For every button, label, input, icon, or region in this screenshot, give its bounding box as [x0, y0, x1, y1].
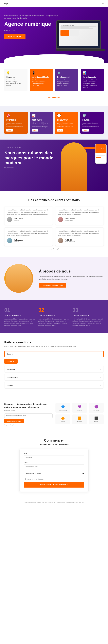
studio-bg: STUDIO DE DESIGN Nous construisons des m…	[0, 140, 108, 191]
partners-submit-button[interactable]: Soumettre votre email	[4, 419, 24, 423]
nav-menu-icon[interactable]: ≡	[102, 2, 104, 5]
process-grid: 01 Titre du processus Quis ex aliqua dol…	[4, 307, 104, 326]
faq-search-button[interactable]: SEARCH	[4, 359, 18, 364]
list-item: Stratégie de médias sociaux	[83, 79, 102, 81]
testi-text-1: Proin sed libero enim sed faucibus turpi…	[58, 209, 101, 215]
process-text-1: Quis ex aliqua dolor in id reprehenderit…	[38, 318, 70, 326]
partners-email-input[interactable]	[4, 414, 52, 418]
list-item: Affaires et Administrateur	[83, 85, 102, 86]
testi-avatar-0	[7, 217, 12, 222]
hero-cta-button[interactable]: LIRE LA SUITE	[4, 34, 25, 40]
strategie-text: Quis sem lorem nibh lorem et hendrerit a…	[6, 122, 26, 128]
studio-person-shape	[61, 142, 87, 191]
email-label: Email	[24, 462, 84, 464]
nav-logo: logo	[4, 2, 8, 5]
partner-logo-2: 🟣 Marketing	[89, 403, 104, 413]
testi-info-0: Junh Almeida Site Guide	[14, 218, 23, 221]
process-title-0: Titre du processus	[4, 314, 36, 317]
service-select[interactable]: Sélectionnez un service Conception Web D…	[24, 471, 84, 476]
partner-icon-3: 🔶	[61, 416, 65, 420]
process-item-1: 02 Titre du processus Quis ex aliqua dol…	[38, 307, 70, 326]
partner-name-3: Signals	[61, 421, 65, 422]
faq-subtitle: Mauris cursus mattis malesuada a iaculis…	[4, 346, 104, 348]
faq-item-label-0: Que fait-on?	[7, 368, 16, 370]
resultats-text: Quis sem lorem nibh lorem et hendrerit a…	[32, 122, 51, 128]
hero-section: Nibh venenatis cras sed felis egret vdit…	[0, 7, 108, 63]
testimonial-card-1: Proin sed libero enim sed faucibus turpi…	[55, 206, 104, 225]
start-form: Nom Email Sélectionnez un service Concep…	[19, 449, 89, 492]
consutulti-link[interactable]: SUITE	[57, 129, 63, 132]
terms-checkbox[interactable]	[24, 478, 26, 480]
laptop-mockup: The architect's expertise	[56, 20, 101, 49]
consutulti-title: CONSUTULTI	[57, 119, 76, 121]
process-item-2: 03 Titre du processus Quis ex aliqua dol…	[72, 307, 104, 326]
list-item: Direction artistique	[6, 81, 25, 82]
testi-author-0: Junh Almeida Site Guide	[7, 217, 50, 222]
dev-icon: ⚙️	[57, 71, 76, 75]
about-title: À propos de nous	[39, 269, 104, 274]
testi-text-0: Proin sed libero enim sed faucibus turpi…	[7, 209, 50, 215]
soutien-link[interactable]: SUITE	[82, 129, 89, 132]
consutulti-icon: 💬	[57, 114, 76, 118]
about-content: À propos de nous Ultrices dui congue mal…	[39, 269, 104, 288]
partner-logo-3: 🔶 Signals	[56, 414, 70, 424]
service-card-concevoir: 💡 Concevoir Conception Web Direction art…	[4, 69, 28, 91]
email-field: Email	[24, 462, 84, 469]
form-submit-button[interactable]: Soumettre votre demande	[24, 482, 84, 488]
list-item: UI & UX	[6, 85, 25, 86]
service-card-developpement: ⚙️ Développement Frontend & Back-end Cod…	[55, 69, 78, 91]
list-item: Applications mobiles	[32, 83, 51, 84]
testi-info-3: Paul Smith Ouvrier commercial	[65, 239, 75, 242]
list-item: Blogging et marketing	[83, 83, 102, 84]
services-btn-row: NOS VALEURS	[4, 95, 104, 100]
partner-logo-4: 🟧 Promote	[72, 414, 87, 424]
concevoir-icon: 💡	[6, 71, 25, 75]
about-avatar	[4, 264, 33, 293]
strategie-link[interactable]: SUITE	[6, 129, 13, 132]
partner-name-2: Marketing	[93, 410, 99, 411]
value-card-strategie: 🎯 STRATÉGIE Quis sem lorem nibh lorem et…	[4, 112, 28, 134]
value-card-soutien: 🛡️ SOUTIEN Quis sem lorem nibh lorem et …	[80, 112, 104, 134]
list-item: Symfony, Laravel	[57, 85, 76, 86]
testi-role-3: Ouvrier commercial	[65, 241, 75, 242]
navbar: logo ≡	[0, 0, 108, 7]
phone-line	[96, 156, 105, 156]
about-avatar-figure	[6, 264, 32, 293]
resultats-title: RÉSULTATS	[32, 119, 51, 121]
phone-line	[96, 154, 102, 155]
testi-role-0: Site Guide	[14, 220, 23, 221]
partners-logos-grid: 🔷 Riding Agency 💜 Influenceli 🟣 Marketin…	[56, 403, 104, 424]
service-card-numerique: 📱 Numérique et Mobile Civic Web Commerce…	[30, 69, 53, 91]
name-input[interactable]	[24, 455, 84, 460]
marketing-icon: 📊	[83, 71, 102, 75]
faq-search-input[interactable]	[4, 351, 104, 357]
email-input[interactable]	[24, 464, 84, 469]
faq-item-2[interactable]: Branding +	[4, 382, 104, 388]
partner-name-1: Influenceli	[77, 410, 83, 411]
testimonial-card-0: Proin sed libero enim sed faucibus turpi…	[4, 206, 53, 225]
resultats-link[interactable]: SUITE	[32, 129, 38, 132]
partner-name-5: Elevate	[94, 421, 98, 422]
faq-item-label-1: Special Projects	[7, 376, 18, 378]
partner-logo-1: 💜 Influenceli	[72, 403, 87, 413]
about-cta-button[interactable]: APPRENDRE ENCORE PLUS	[39, 283, 66, 288]
soutien-text: Quis sem lorem nibh lorem et hendrerit a…	[82, 122, 102, 128]
partners-section: Rejoignez +1 000 entreprises de logiciel…	[0, 397, 108, 431]
list-item: Logo et image de marque	[6, 83, 25, 84]
concevoir-list: Conception Web Direction artistique Logo…	[6, 79, 25, 86]
testi-author-2: Stella Larsen Architecte	[7, 238, 50, 243]
partner-icon-2: 🟣	[94, 405, 98, 408]
testi-avatar-2	[7, 238, 12, 243]
nos-valeurs-button[interactable]: NOS VALEURS	[44, 95, 64, 100]
faq-item-1[interactable]: Special Projects +	[4, 374, 104, 380]
faq-item-0[interactable]: Que fait-on? +	[4, 366, 104, 372]
list-item: IOS, Android	[32, 85, 51, 86]
phone-cta	[96, 157, 101, 158]
hero-wave	[4, 54, 104, 63]
strategie-icon: 🎯	[6, 114, 26, 118]
hero-content: Nibh venenatis cras sed felis egret vdit…	[4, 14, 59, 54]
services-grid: 💡 Concevoir Conception Web Direction art…	[4, 69, 104, 91]
strategie-title: STRATÉGIE	[6, 119, 26, 121]
testimonials-grid: Proin sed libero enim sed faucibus turpi…	[4, 206, 104, 246]
list-item: Contenu et conception	[83, 81, 102, 82]
